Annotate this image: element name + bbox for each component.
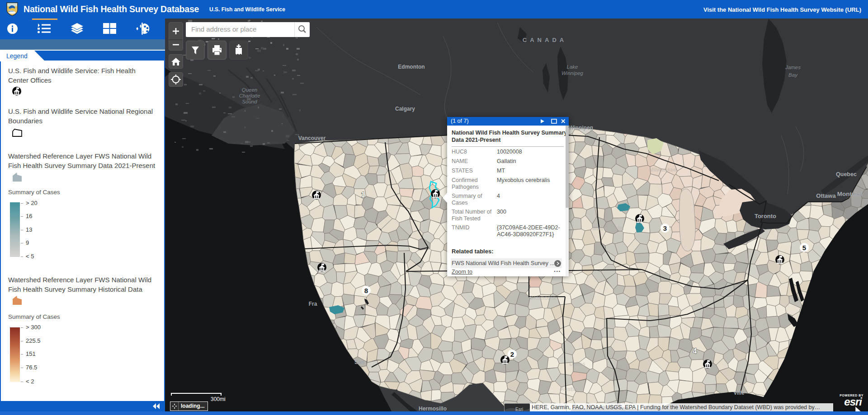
svg-text:San: San [354,359,364,365]
svg-text:4: 4 [693,347,697,355]
svg-text:Charlotte: Charlotte [239,93,260,98]
svg-text:Winnipeg: Winnipeg [561,70,583,76]
svg-text:Minneapolis: Minneapolis [592,225,624,232]
svg-text:Oklahoma: Oklahoma [529,295,556,301]
svg-text:Austin: Austin [560,386,577,392]
svg-text:2: 2 [510,350,514,358]
svg-text:Calgary: Calgary [395,106,415,112]
svg-text:1: 1 [361,191,365,199]
svg-text:3: 3 [663,224,667,232]
svg-text:Fra: Fra [309,301,317,307]
svg-text:8: 8 [364,287,368,294]
svg-text:Dallas: Dallas [569,361,585,367]
svg-text:ville: ville [734,390,745,396]
svg-text:Toronto: Toronto [755,213,776,219]
svg-text:Queen: Queen [242,87,258,93]
svg-text:Sound: Sound [242,99,257,104]
svg-text:Hermosillo: Hermosillo [419,406,447,412]
svg-text:Milwaukee: Milwaukee [649,167,676,173]
svg-text:Vancouver: Vancouver [298,135,326,141]
svg-text:Quebec: Quebec [836,171,857,177]
svg-text:Ottawa: Ottawa [816,192,836,199]
svg-text:Bay: Bay [788,72,798,78]
svg-text:Edmonton: Edmonton [398,64,425,70]
svg-text:5: 5 [802,244,806,252]
svg-text:James: James [785,65,801,70]
svg-text:300mi: 300mi [211,396,226,402]
svg-text:Winnipeg: Winnipeg [569,125,593,131]
svg-text:CANADA: CANADA [523,37,567,43]
svg-text:Montreal: Montreal [837,191,863,197]
svg-text:Lake: Lake [567,64,578,70]
